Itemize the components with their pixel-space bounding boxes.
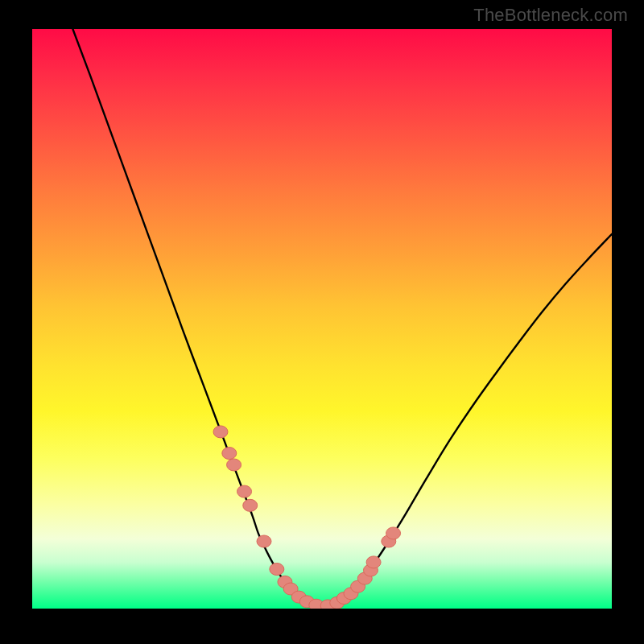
plot-area [32,29,612,609]
chart-svg [32,29,612,609]
data-marker [257,535,271,547]
data-marker [270,564,284,576]
data-markers [213,426,401,609]
bottleneck-curve [72,29,612,607]
data-marker [222,448,237,460]
watermark-text: TheBottleneck.com [473,5,628,26]
data-marker [227,459,242,471]
data-marker [386,527,401,539]
data-marker [213,426,228,438]
data-marker [237,485,252,497]
data-marker [366,556,381,568]
data-marker [243,499,258,511]
